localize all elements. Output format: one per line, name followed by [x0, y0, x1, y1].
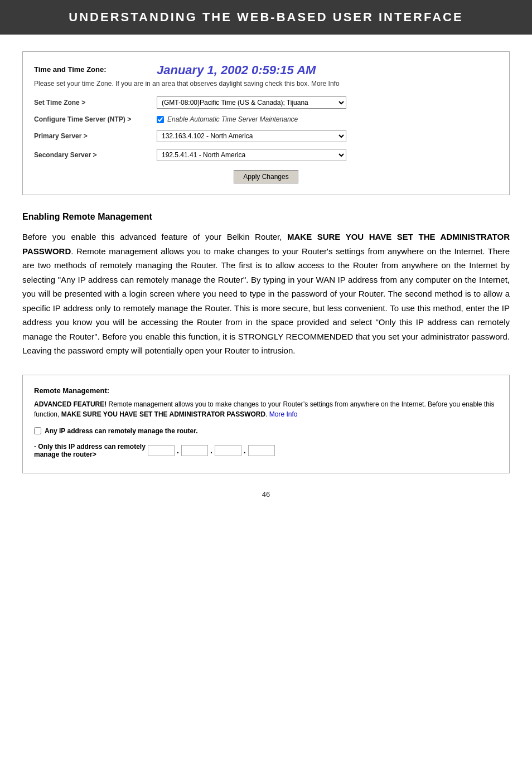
ip-octet-3[interactable]: [215, 445, 241, 456]
configure-ntp-row: Configure Time Server (NTP) > Enable Aut…: [34, 115, 498, 123]
primary-server-select[interactable]: 132.163.4.102 - North America: [157, 130, 346, 142]
ntp-checkbox-label: Enable Automatic Time Server Maintenance: [167, 115, 298, 123]
only-ip-label: - Only this IP address can remotely: [34, 443, 146, 451]
time-zone-label: Time and Time Zone:: [34, 65, 157, 74]
set-time-zone-row: Set Time Zone > (GMT-08:00)Pacific Time …: [34, 96, 498, 109]
time-value: January 1, 2002 0:59:15 AM: [157, 63, 316, 78]
ip-dot-3: .: [244, 446, 246, 455]
secondary-server-label: Secondary Server >: [34, 151, 157, 159]
remote-intro-bold: ADVANCED FEATURE!: [34, 400, 107, 408]
set-time-zone-label: Set Time Zone >: [34, 99, 157, 107]
apply-btn-row: Apply Changes: [34, 170, 498, 183]
remote-intro-bold2: MAKE SURE YOU HAVE SET THE ADMINISTRATOR…: [61, 410, 265, 418]
page-header: UNDERSTANDING THE WEB-BASED USER INTERFA…: [0, 0, 532, 35]
any-ip-checkbox[interactable]: [34, 427, 41, 434]
ip-octet-2[interactable]: [181, 445, 208, 456]
primary-server-select-wrap: 132.163.4.102 - North America: [157, 130, 498, 142]
section-heading: Enabling Remote Management: [22, 212, 510, 222]
any-ip-label: Any IP address can remotely manage the r…: [45, 427, 198, 435]
ip-octet-4[interactable]: [248, 445, 275, 456]
secondary-server-row: Secondary Server > 192.5.41.41 - North A…: [34, 149, 498, 161]
page-number: 46: [22, 490, 510, 510]
ntp-checkbox[interactable]: [157, 116, 164, 123]
primary-server-label: Primary Server >: [34, 132, 157, 140]
only-ip-row: - Only this IP address can remotely mana…: [34, 443, 498, 458]
remote-panel-title: Remote Management:: [34, 386, 498, 395]
remote-intro-text2: .: [265, 410, 269, 418]
remote-management-panel: Remote Management: ADVANCED FEATURE! Rem…: [22, 375, 510, 473]
ip-dot-2: .: [210, 446, 212, 455]
ip-octet-1[interactable]: [148, 445, 175, 456]
only-ip-label2: manage the router>: [34, 451, 146, 458]
time-subtext: Please set your time Zone. If you are in…: [34, 80, 498, 88]
timezone-select[interactable]: (GMT-08:00)Pacific Time (US & Canada); T…: [157, 96, 346, 109]
remote-panel-intro: ADVANCED FEATURE! Remote management allo…: [34, 399, 498, 419]
bold-text-1: MAKE SURE YOU HAVE SET THE ADMINISTRATOR…: [22, 232, 510, 256]
page-title: UNDERSTANDING THE WEB-BASED USER INTERFA…: [17, 10, 515, 25]
secondary-server-select-wrap: 192.5.41.41 - North America: [157, 149, 498, 161]
configure-ntp-label: Configure Time Server (NTP) >: [34, 115, 157, 123]
more-info-link[interactable]: More Info: [269, 410, 298, 418]
apply-changes-button[interactable]: Apply Changes: [234, 170, 298, 183]
ip-dot-1: .: [177, 446, 179, 455]
secondary-server-select[interactable]: 192.5.41.41 - North America: [157, 149, 346, 161]
time-zone-panel: Time and Time Zone: January 1, 2002 0:59…: [22, 51, 510, 195]
primary-server-row: Primary Server > 132.163.4.102 - North A…: [34, 130, 498, 142]
body-text: Before you enable this advanced feature …: [22, 230, 510, 358]
ntp-checkbox-row: Enable Automatic Time Server Maintenance: [157, 115, 498, 123]
timezone-select-wrap: (GMT-08:00)Pacific Time (US & Canada); T…: [157, 96, 498, 109]
any-ip-option: Any IP address can remotely manage the r…: [34, 427, 498, 435]
